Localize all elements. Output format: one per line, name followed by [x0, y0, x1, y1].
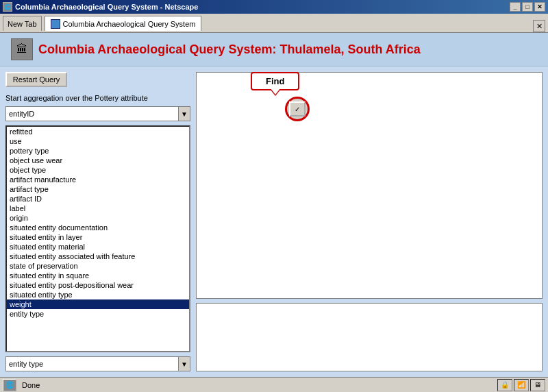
list-item[interactable]: state of preservation	[7, 261, 189, 271]
list-item[interactable]: artifact ID	[7, 194, 189, 204]
main-content: 🏛 Columbia Archaeological Query System: …	[0, 33, 548, 377]
right-bottom-panel	[196, 303, 543, 371]
list-item[interactable]: artifact type	[7, 184, 189, 194]
list-item[interactable]: situated entity post-depositional wear	[7, 280, 189, 290]
list-item[interactable]: label	[7, 204, 189, 213]
list-item[interactable]: object use wear	[7, 156, 189, 165]
list-item[interactable]: entity type	[7, 309, 189, 319]
list-item[interactable]: origin	[7, 213, 189, 223]
list-items: refittedusepottery typeobject use wearob…	[7, 127, 189, 319]
maximize-button[interactable]: □	[522, 2, 533, 12]
right-top-panel	[196, 72, 543, 299]
aggregation-label: Start aggregation over the Pottery attri…	[5, 94, 190, 102]
attribute-list[interactable]: refittedusepottery typeobject use wearob…	[5, 125, 190, 352]
list-item[interactable]: situated entity material	[7, 242, 189, 252]
restart-query-button[interactable]: Restart Query	[5, 72, 67, 87]
list-item[interactable]: pottery type	[7, 146, 189, 156]
status-bar: 🌐 Done 🔒 📶 🖥	[0, 377, 548, 392]
tab-icon	[51, 19, 60, 29]
content-area: Restart Query Start aggregation over the…	[0, 66, 548, 377]
find-inner-button[interactable]: ✓	[289, 101, 306, 117]
attribute-dropdown-container: entityID ▼	[5, 106, 190, 121]
bottom-dropdown-container: entity type ▼	[5, 356, 190, 371]
list-item[interactable]: situated entity in layer	[7, 232, 189, 242]
tab-close-right[interactable]: ✕	[533, 20, 545, 32]
status-text: Done	[19, 381, 495, 389]
find-bubble-container: Find	[251, 72, 299, 90]
minimize-button[interactable]: _	[510, 2, 521, 12]
app-header: 🏛 Columbia Archaeological Query System: …	[0, 33, 548, 66]
app-title: Columbia Archaeological Query System: Th…	[38, 42, 421, 57]
list-item[interactable]: situated entity in square	[7, 271, 189, 280]
list-item[interactable]: object type	[7, 165, 189, 175]
right-panel: Find ✓	[196, 72, 543, 371]
list-item[interactable]: situated entity type	[7, 290, 189, 299]
app-icon: 🌐	[3, 2, 12, 12]
list-item[interactable]: artifact manufacture	[7, 175, 189, 184]
left-panel: Restart Query Start aggregation over the…	[5, 72, 190, 371]
toolbar-area: New Tab Columbia Archaeological Query Sy…	[3, 16, 201, 32]
window-title: Columbia Archaeological Query System - N…	[15, 3, 198, 11]
new-tab-label: New Tab	[8, 20, 37, 28]
new-tab-button[interactable]: New Tab	[3, 16, 42, 31]
list-item[interactable]: situated entity documentation	[7, 223, 189, 232]
status-display-icon: 🖥	[530, 379, 545, 391]
header-icon: 🏛	[11, 38, 33, 60]
tab-active[interactable]: Columbia Archaeological Query System	[45, 16, 202, 31]
tab-bar: New Tab Columbia Archaeological Query Sy…	[0, 14, 548, 33]
find-bubble-label: Find	[266, 76, 284, 86]
list-item[interactable]: refitted	[7, 127, 189, 136]
list-item[interactable]: weight	[7, 299, 189, 309]
attribute-dropdown[interactable]: entityID	[5, 106, 190, 121]
list-item[interactable]: use	[7, 136, 189, 146]
tab-label: Columbia Archaeological Query System	[63, 20, 196, 28]
status-network-icon: 📶	[514, 379, 529, 391]
find-circle-button[interactable]: ✓	[285, 97, 310, 121]
status-lock-icon: 🔒	[497, 379, 512, 391]
status-right-icons: 🔒 📶 🖥	[497, 379, 545, 391]
status-globe-icon: 🌐	[3, 379, 16, 391]
window-controls: _ □ ✕	[510, 2, 545, 12]
list-item[interactable]: situated entity associated with feature	[7, 252, 189, 261]
title-bar: 🌐 Columbia Archaeological Query System -…	[0, 0, 548, 14]
bottom-dropdown[interactable]: entity type	[5, 356, 190, 371]
close-button[interactable]: ✕	[534, 2, 545, 12]
find-speech-bubble: Find	[251, 72, 299, 90]
